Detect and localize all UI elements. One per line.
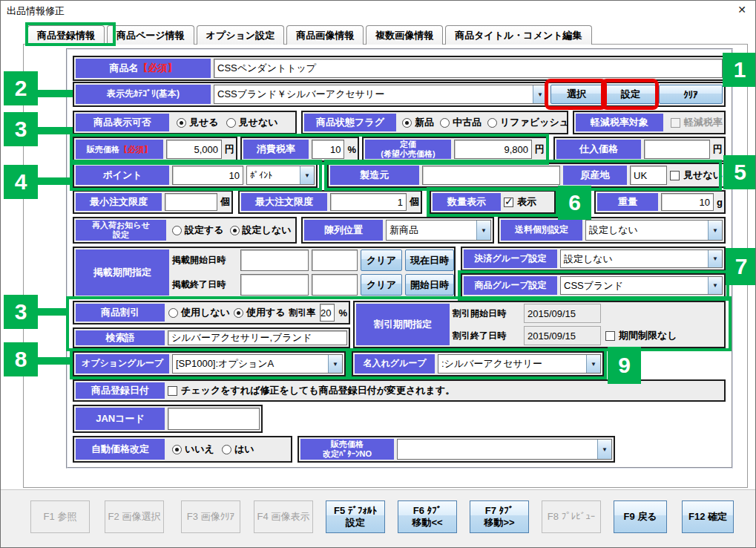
discount-end-input[interactable]: 2015/09/15 xyxy=(524,326,601,345)
product-name-label: 商品名【必須】 xyxy=(76,59,211,78)
row-reduced-tax: 軽減税率対象 軽減税率 xyxy=(573,111,726,134)
chevron-down-icon[interactable]: ▼ xyxy=(708,221,722,240)
tax-rate-label: 消費税率 xyxy=(243,140,309,159)
row-posting-period: 掲載期間指定 掲載開始日時 クリア 現在日時 掲載終了日時 クリア 開始日時 xyxy=(73,247,456,299)
tab-title-comment[interactable]: 商品タイトル・コメント編集 xyxy=(445,25,591,45)
jan-code-input[interactable] xyxy=(168,408,260,430)
display-position-combobox[interactable]: 新商品▼ xyxy=(386,220,491,241)
maker-label: 製造元 xyxy=(330,166,419,185)
annotation-connector xyxy=(38,357,70,365)
chevron-down-icon[interactable]: ▼ xyxy=(708,277,722,294)
discount-rate-input[interactable]: 20 xyxy=(320,304,335,322)
product-name-input[interactable]: CSSペンダントトップ xyxy=(214,59,723,78)
payment-group-combobox[interactable]: 設定しない▼ xyxy=(560,249,723,268)
cost-price-input[interactable] xyxy=(644,140,710,159)
sale-price-input[interactable]: 5,000 xyxy=(166,140,222,159)
f8-preview-button[interactable]: F8 ﾌﾟﾚﾋﾞｭｰ xyxy=(542,500,601,533)
close-icon[interactable]: ✕ xyxy=(737,4,746,16)
reduced-tax-checkbox[interactable]: 軽減税率 xyxy=(671,114,723,131)
radio-restock-on[interactable]: 設定する xyxy=(172,220,224,241)
tab-item-page[interactable]: 商品ページ情報 xyxy=(107,25,194,45)
registration-date-checkbox[interactable]: チェックをすれば修正をしても商品登録日付が変更されます。 xyxy=(168,382,455,399)
f4-image-show-button[interactable]: F4 画像表示 xyxy=(254,500,313,533)
start-datetime-button[interactable]: 開始日時 xyxy=(405,274,454,296)
weight-input[interactable]: 10 xyxy=(661,193,714,211)
list-price-input[interactable]: 9,800 xyxy=(454,140,532,159)
chevron-down-icon[interactable]: ▼ xyxy=(597,440,611,459)
discount-label: 商品割引 xyxy=(76,304,165,322)
f1-reference-button[interactable]: F1 参照 xyxy=(30,500,90,533)
payment-group-label: 決済グループ設定 xyxy=(464,249,557,268)
cost-price-label: 仕入価格 xyxy=(556,140,641,159)
qty-display-checkbox[interactable]: 表示 xyxy=(504,193,536,211)
chevron-down-icon[interactable]: ▼ xyxy=(300,166,314,184)
no-limit-checkbox[interactable]: 期間制限なし xyxy=(605,329,677,342)
row-condition: 商品状態フラグ 新品 中古品 リファビッシュ xyxy=(301,111,568,134)
row-list-price: 定価(希望小売価格) 9,800 円 xyxy=(362,137,548,162)
posting-start-line: 掲載開始日時 クリア 現在日時 xyxy=(172,249,454,271)
chevron-down-icon[interactable]: ▼ xyxy=(586,355,600,373)
naire-group-combobox[interactable]: :シルバーアクセサリー▼ xyxy=(438,354,601,374)
radio-discount-on[interactable]: 使用する xyxy=(234,304,286,322)
annotation-connector xyxy=(38,127,73,134)
radio-show[interactable]: 見せる xyxy=(177,114,219,131)
tab-option[interactable]: オプション設定 xyxy=(197,25,285,45)
chevron-down-icon[interactable]: ▼ xyxy=(476,221,490,240)
yen-unit: 円 xyxy=(225,140,234,159)
radio-refurbished[interactable]: リファビッシュ xyxy=(487,114,569,131)
radio-icon xyxy=(177,118,186,128)
category-select-button[interactable]: 選択 xyxy=(550,85,602,104)
row-discount-period: 割引期間指定 割引開始日時 2015/09/15 割引終了日時 2015/09/… xyxy=(353,301,726,348)
category-set-button[interactable]: 設定 xyxy=(605,85,656,104)
f7-tab-forward-button[interactable]: F7 ﾀﾌﾞ移動>> xyxy=(470,500,529,533)
tab-strip: 商品登録情報 商品ページ情報 オプション設定 商品画像情報 複数画像情報 商品タ… xyxy=(27,25,594,45)
category-combobox[interactable]: CSSブランド￥シルバーアクセサリー▼ xyxy=(214,85,548,104)
row-min-order: 最小注文限度 個 xyxy=(73,190,233,214)
radio-auto-price-yes[interactable]: はい xyxy=(222,439,254,460)
maker-input[interactable] xyxy=(422,166,560,185)
listing-edit-window: 出品情報修正 ✕ 商品登録情報 商品ページ情報 オプション設定 商品画像情報 複… xyxy=(0,0,756,548)
radio-new[interactable]: 新品 xyxy=(402,114,434,131)
f12-confirm-button[interactable]: F12 確定 xyxy=(682,500,734,533)
posting-start-clear-button[interactable]: クリア xyxy=(361,249,402,271)
point-input[interactable]: 10 xyxy=(172,166,243,185)
f3-image-clear-button[interactable]: F3 画像ｸﾘｱ xyxy=(181,500,240,533)
radio-hide[interactable]: 見せない xyxy=(226,114,278,131)
f2-image-select-button[interactable]: F2 画像選択 xyxy=(105,500,164,533)
f5-default-settings-button[interactable]: F5 ﾃﾞﾌｫﾙﾄ設定 xyxy=(326,500,385,533)
tax-rate-input[interactable]: 10 xyxy=(312,140,344,159)
point-unit-combobox[interactable]: ﾎﾟｲﾝﾄ▼ xyxy=(246,166,315,185)
shipping-combobox[interactable]: 設定しない▼ xyxy=(585,220,723,241)
tab-multi-image[interactable]: 複数画像情報 xyxy=(366,25,443,45)
category-clear-button[interactable]: ｸﾘｱ xyxy=(659,85,723,104)
radio-restock-off[interactable]: 設定しない xyxy=(230,220,292,241)
option-group-combobox[interactable]: [SP1000]:オプションA▼ xyxy=(172,354,343,374)
posting-start-time-input[interactable] xyxy=(312,249,358,271)
max-order-input[interactable]: 1 xyxy=(330,193,407,211)
chevron-down-icon[interactable]: ▼ xyxy=(328,355,342,373)
keywords-input[interactable]: シルバーアクセサリー,ブランド xyxy=(168,330,347,345)
min-order-input[interactable] xyxy=(165,193,217,211)
origin-hide-checkbox[interactable]: 見せない xyxy=(670,166,723,185)
radio-used[interactable]: 中古品 xyxy=(440,114,481,131)
chevron-down-icon[interactable]: ▼ xyxy=(533,85,547,103)
max-order-label: 最大注文限度 xyxy=(241,193,327,211)
annotation-connector xyxy=(38,308,69,316)
radio-auto-price-no[interactable]: いいえ xyxy=(172,439,214,460)
radio-icon xyxy=(172,445,182,454)
f9-back-button[interactable]: F9 戻る xyxy=(614,500,667,533)
f6-tab-back-button[interactable]: F6 ﾀﾌﾞ移動<< xyxy=(398,500,457,533)
posting-start-date-input[interactable] xyxy=(240,249,309,271)
price-pattern-combobox[interactable]: ▼ xyxy=(397,439,612,460)
tab-item-registration[interactable]: 商品登録情報 xyxy=(27,25,105,45)
discount-start-input[interactable]: 2015/09/15 xyxy=(524,304,601,323)
radio-discount-off[interactable]: 使用しない xyxy=(168,304,230,322)
posting-end-time-input[interactable] xyxy=(312,274,358,296)
item-group-combobox[interactable]: CSSブランド▼ xyxy=(560,276,723,295)
current-datetime-button[interactable]: 現在日時 xyxy=(405,249,454,271)
posting-end-clear-button[interactable]: クリア xyxy=(361,274,402,296)
tab-item-image[interactable]: 商品画像情報 xyxy=(286,25,364,45)
origin-input[interactable]: UK xyxy=(630,166,667,185)
chevron-down-icon[interactable]: ▼ xyxy=(708,250,722,267)
posting-end-date-input[interactable] xyxy=(240,274,309,296)
